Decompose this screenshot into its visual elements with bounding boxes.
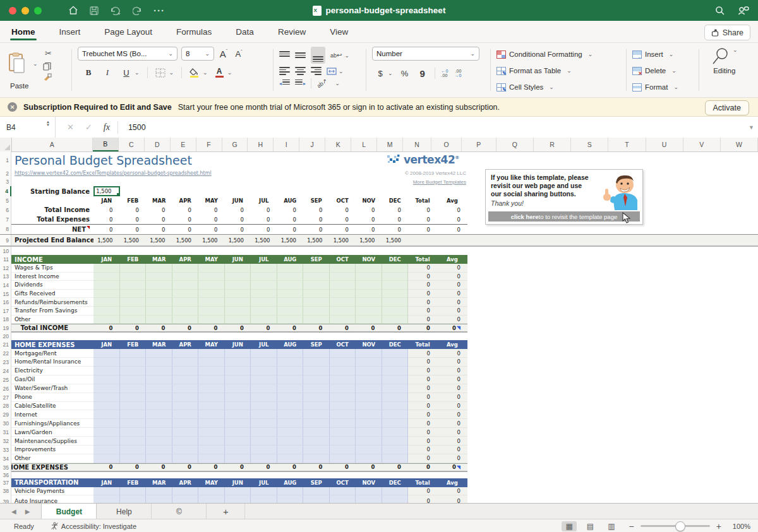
cell[interactable] [120, 419, 147, 428]
cell[interactable] [225, 410, 251, 419]
save-icon[interactable] [90, 6, 99, 15]
cell[interactable] [93, 487, 120, 496]
cell[interactable] [225, 419, 251, 428]
comma-format-icon[interactable]: 9 [417, 67, 428, 80]
cell[interactable] [356, 281, 382, 290]
cell[interactable]: 0 [198, 215, 225, 224]
summary-label[interactable]: Total Expenses [11, 215, 93, 224]
cell[interactable] [225, 487, 251, 496]
cell[interactable]: 0 [382, 205, 409, 215]
cell[interactable] [251, 281, 277, 290]
cell[interactable] [172, 495, 199, 503]
cell[interactable] [382, 410, 409, 419]
cell[interactable] [277, 495, 304, 503]
cell[interactable] [330, 358, 356, 367]
section-header-label[interactable]: TRANSPORTATION [11, 478, 93, 487]
cell[interactable] [356, 316, 382, 324]
cell[interactable]: 0 [408, 307, 437, 316]
line-item-label[interactable]: Gas/Oil [11, 375, 93, 384]
line-item-label[interactable]: Transfer From Savings [11, 307, 93, 316]
line-item-label[interactable]: Other [11, 316, 93, 324]
cell[interactable] [225, 428, 251, 437]
section-month-header[interactable]: AUG [277, 255, 304, 264]
cell[interactable]: 0 [172, 225, 199, 234]
cell[interactable] [277, 264, 304, 273]
cell[interactable] [303, 410, 330, 419]
merge-center-icon[interactable] [327, 68, 337, 75]
cell[interactable] [382, 487, 409, 496]
column-header-F[interactable]: F [196, 138, 222, 151]
row-header-8[interactable]: 8 [0, 224, 11, 234]
cell[interactable]: 1,500 [172, 235, 199, 245]
cell[interactable] [303, 402, 330, 411]
cell[interactable] [198, 273, 225, 281]
cell[interactable]: 0 [408, 410, 437, 419]
cell[interactable] [172, 273, 199, 281]
cell[interactable] [198, 264, 225, 273]
cell[interactable] [251, 446, 277, 454]
section-month-header[interactable]: MAY [198, 340, 225, 349]
cell[interactable] [382, 349, 409, 358]
cell[interactable] [251, 375, 277, 384]
zoom-slider[interactable] [641, 525, 710, 527]
tab-home[interactable]: Home [10, 22, 37, 42]
line-item-label[interactable]: Vehicle Payments [11, 487, 93, 496]
cell[interactable]: 0 [146, 324, 172, 331]
cell[interactable]: 0 [408, 281, 437, 290]
accessibility-status[interactable]: Accessibility: Investigate [51, 522, 136, 530]
row-header-31[interactable]: 31 [0, 428, 11, 437]
cell[interactable]: 0 [437, 316, 467, 324]
cell[interactable] [277, 273, 304, 281]
row-header-33[interactable]: 33 [0, 446, 11, 454]
cell[interactable] [198, 349, 225, 358]
cell[interactable] [93, 446, 120, 454]
cell[interactable] [251, 419, 277, 428]
cell[interactable]: 0 [356, 205, 382, 215]
decrease-decimal-icon[interactable]: ←0.00 [442, 69, 448, 78]
cell[interactable] [251, 367, 277, 375]
percent-format-icon[interactable]: % [399, 67, 411, 80]
cell[interactable] [330, 298, 356, 307]
cell[interactable] [172, 316, 199, 324]
cell[interactable]: 0◥ [437, 324, 467, 331]
decrease-indent-icon[interactable]: ◂ [279, 80, 290, 88]
row-header-21[interactable]: 21 [0, 340, 11, 349]
section-month-header[interactable]: JAN [93, 478, 120, 487]
cell[interactable] [330, 393, 356, 402]
line-item-label[interactable]: Maintenance/Supplies [11, 437, 93, 446]
cell[interactable] [330, 495, 356, 503]
cell[interactable] [330, 349, 356, 358]
cell[interactable]: 0 [120, 205, 147, 215]
cell[interactable] [382, 290, 409, 299]
cell[interactable]: 0 [408, 464, 437, 471]
cell[interactable] [120, 446, 147, 454]
cell[interactable] [251, 454, 277, 463]
cell[interactable] [251, 298, 277, 307]
cell[interactable]: 0 [225, 324, 251, 331]
cell[interactable]: 0 [437, 375, 467, 384]
name-box-spinner[interactable]: ▲▼ [46, 121, 50, 127]
cell[interactable] [225, 290, 251, 299]
cell[interactable] [225, 454, 251, 463]
month-header[interactable]: FEB [120, 196, 147, 205]
font-color-chevron[interactable]: ⌄ [227, 69, 232, 76]
total-header[interactable]: Total [408, 196, 437, 205]
cell[interactable]: 0 [303, 215, 330, 224]
selected-cell-B4[interactable]: 1,500 [93, 186, 120, 196]
cell[interactable]: 0 [120, 464, 147, 471]
cell[interactable] [277, 281, 304, 290]
cell[interactable] [225, 349, 251, 358]
cell[interactable] [146, 273, 172, 281]
cell[interactable] [198, 446, 225, 454]
cell[interactable]: 0 [356, 215, 382, 224]
add-sheet-button[interactable]: + [207, 504, 245, 519]
cell[interactable] [93, 437, 120, 446]
row-header-38[interactable]: 38 [0, 487, 11, 496]
cell[interactable]: 0 [225, 215, 251, 224]
sheet-tab-copyright[interactable]: © [152, 504, 207, 519]
cell[interactable] [93, 419, 120, 428]
section-month-header[interactable]: SEP [303, 340, 330, 349]
cell[interactable] [382, 437, 409, 446]
cell[interactable] [303, 375, 330, 384]
cell[interactable]: Avg [437, 340, 467, 349]
